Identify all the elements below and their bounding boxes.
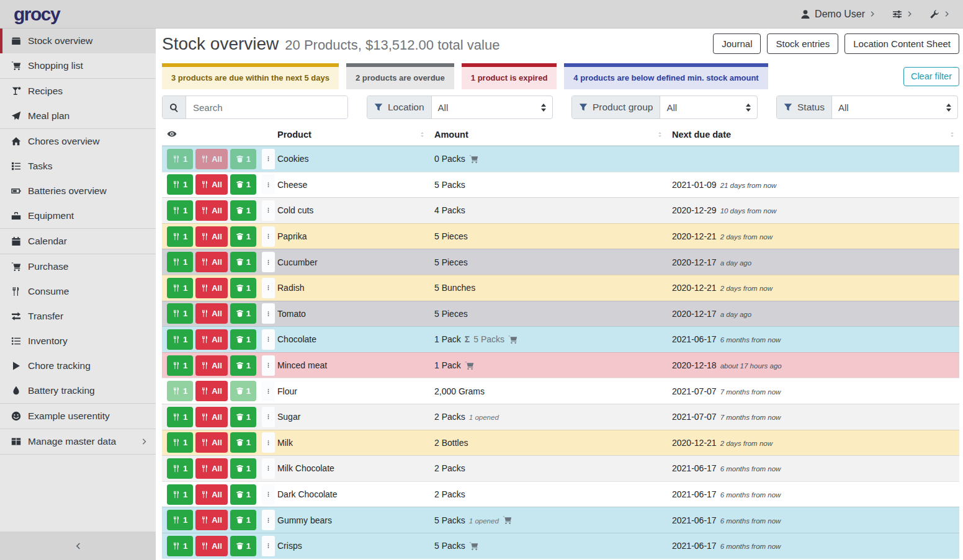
sidebar-item-purchase[interactable]: Purchase xyxy=(0,254,156,279)
open-one-button[interactable]: 1 xyxy=(230,329,256,350)
row-menu-button[interactable] xyxy=(262,536,275,556)
column-header-amount[interactable]: Amount xyxy=(434,130,672,140)
consume-one-button[interactable]: 1 xyxy=(167,484,193,505)
consume-one-button[interactable]: 1 xyxy=(167,355,193,376)
sidebar-item-recipes[interactable]: Recipes xyxy=(0,79,156,104)
journal-button[interactable]: Journal xyxy=(713,33,761,54)
sidebar-item-shopping-list[interactable]: Shopping list xyxy=(0,53,156,78)
consume-all-button[interactable]: All xyxy=(195,329,228,350)
open-one-button[interactable]: 1 xyxy=(230,407,256,427)
consume-all-button[interactable]: All xyxy=(195,510,228,530)
consume-all-button[interactable]: All xyxy=(195,226,228,247)
row-menu-button[interactable] xyxy=(262,226,275,247)
clear-filter-button[interactable]: Clear filter xyxy=(903,67,959,86)
row-menu-button[interactable] xyxy=(262,200,275,221)
sidebar-item-calendar[interactable]: Calendar xyxy=(0,229,156,254)
consume-one-button[interactable]: 1 xyxy=(167,458,193,479)
open-one-button[interactable]: 1 xyxy=(230,484,256,505)
column-header-due-date[interactable]: Next due date xyxy=(672,130,959,140)
settings-menu[interactable] xyxy=(892,9,913,19)
consume-one-button[interactable]: 1 xyxy=(167,200,193,221)
sidebar-item-battery-tracking[interactable]: Battery tracking xyxy=(0,378,156,403)
admin-menu[interactable] xyxy=(929,9,951,19)
location-select[interactable]: All xyxy=(432,96,552,118)
row-menu-button[interactable] xyxy=(262,484,275,505)
open-one-button[interactable]: 1 xyxy=(230,458,256,479)
sort-icon[interactable] xyxy=(949,131,956,138)
consume-all-button[interactable]: All xyxy=(195,458,228,479)
eye-icon[interactable] xyxy=(167,129,177,139)
sidebar-item-manage-master-data[interactable]: Manage master data xyxy=(0,429,156,454)
sidebar-item-chores-overview[interactable]: Chores overview xyxy=(0,129,156,154)
row-menu-button[interactable] xyxy=(262,303,275,324)
consume-one-button[interactable]: 1 xyxy=(167,536,193,556)
sidebar-item-inventory[interactable]: Inventory xyxy=(0,329,156,353)
sidebar-item-batteries-overview[interactable]: Batteries overview xyxy=(0,179,156,203)
consume-all-button[interactable]: All xyxy=(195,174,228,195)
row-menu-button[interactable] xyxy=(262,458,275,479)
consume-all-button[interactable]: All xyxy=(195,200,228,221)
open-one-button[interactable]: 1 xyxy=(230,252,256,272)
consume-all-button[interactable]: All xyxy=(195,149,228,169)
open-one-button[interactable]: 1 xyxy=(230,303,256,324)
sidebar-item-stock-overview[interactable]: Stock overview xyxy=(0,29,156,53)
consume-one-button[interactable]: 1 xyxy=(167,278,193,298)
consume-one-button[interactable]: 1 xyxy=(167,510,193,530)
stock-entries-button[interactable]: Stock entries xyxy=(767,33,838,54)
alert-info[interactable]: 4 products are below defined min. stock … xyxy=(564,63,768,89)
row-menu-button[interactable] xyxy=(262,174,275,195)
consume-all-button[interactable]: All xyxy=(195,355,228,376)
sidebar-item-transfer[interactable]: Transfer xyxy=(0,304,156,329)
sidebar-item-consume[interactable]: Consume xyxy=(0,279,156,304)
consume-all-button[interactable]: All xyxy=(195,381,228,401)
sidebar-item-example-userentity[interactable]: Example userentity xyxy=(0,404,156,429)
sidebar-item-equipment[interactable]: Equipment xyxy=(0,203,156,228)
open-one-button[interactable]: 1 xyxy=(230,432,256,453)
open-one-button[interactable]: 1 xyxy=(230,381,256,401)
app-logo[interactable]: grocy xyxy=(14,4,60,25)
row-menu-button[interactable] xyxy=(262,355,275,376)
consume-one-button[interactable]: 1 xyxy=(167,329,193,350)
open-one-button[interactable]: 1 xyxy=(230,174,256,195)
row-menu-button[interactable] xyxy=(262,149,275,169)
row-menu-button[interactable] xyxy=(262,252,275,272)
open-one-button[interactable]: 1 xyxy=(230,278,256,298)
consume-one-button[interactable]: 1 xyxy=(167,149,193,169)
open-one-button[interactable]: 1 xyxy=(230,355,256,376)
consume-all-button[interactable]: All xyxy=(195,252,228,272)
consume-all-button[interactable]: All xyxy=(195,407,228,427)
row-menu-button[interactable] xyxy=(262,510,275,530)
consume-all-button[interactable]: All xyxy=(195,432,228,453)
row-menu-button[interactable] xyxy=(262,432,275,453)
sidebar-item-chore-tracking[interactable]: Chore tracking xyxy=(0,353,156,378)
consume-all-button[interactable]: All xyxy=(195,536,228,556)
consume-one-button[interactable]: 1 xyxy=(167,303,193,324)
consume-one-button[interactable]: 1 xyxy=(167,381,193,401)
sort-icon[interactable] xyxy=(656,131,663,138)
sort-icon[interactable] xyxy=(419,131,426,138)
search-input[interactable] xyxy=(186,96,347,118)
location-content-sheet-button[interactable]: Location Content Sheet xyxy=(844,33,959,54)
open-one-button[interactable]: 1 xyxy=(230,536,256,556)
product-group-select[interactable]: All xyxy=(660,96,757,118)
user-menu[interactable]: Demo User xyxy=(800,9,876,20)
open-one-button[interactable]: 1 xyxy=(230,510,256,530)
consume-all-button[interactable]: All xyxy=(195,278,228,298)
alert-warning[interactable]: 3 products are due within the next 5 day… xyxy=(162,63,339,89)
consume-all-button[interactable]: All xyxy=(195,484,228,505)
open-one-button[interactable]: 1 xyxy=(230,226,256,247)
alert-secondary[interactable]: 2 products are overdue xyxy=(346,63,454,89)
row-menu-button[interactable] xyxy=(262,278,275,298)
consume-one-button[interactable]: 1 xyxy=(167,432,193,453)
status-select[interactable]: All xyxy=(832,96,957,118)
consume-one-button[interactable]: 1 xyxy=(167,407,193,427)
row-menu-button[interactable] xyxy=(262,407,275,427)
row-menu-button[interactable] xyxy=(262,329,275,350)
sidebar-item-tasks[interactable]: Tasks xyxy=(0,154,156,179)
row-menu-button[interactable] xyxy=(262,381,275,401)
alert-danger[interactable]: 1 product is expired xyxy=(462,63,557,89)
open-one-button[interactable]: 1 xyxy=(230,149,256,169)
consume-one-button[interactable]: 1 xyxy=(167,174,193,195)
consume-one-button[interactable]: 1 xyxy=(167,226,193,247)
sidebar-collapse-button[interactable] xyxy=(0,531,156,560)
